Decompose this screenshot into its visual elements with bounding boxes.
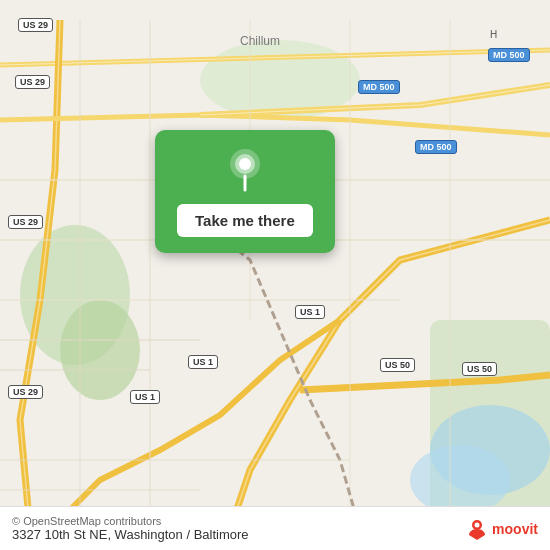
- road-badge-md500-3: MD 500: [488, 48, 530, 62]
- svg-text:H: H: [490, 29, 497, 40]
- road-badge-us1-2: US 1: [188, 355, 218, 369]
- road-badge-us29-2: US 29: [15, 75, 50, 89]
- svg-text:Chillum: Chillum: [240, 34, 280, 48]
- road-badge-md500-1: MD 500: [358, 80, 400, 94]
- road-badge-us50-1: US 50: [380, 358, 415, 372]
- svg-point-27: [475, 522, 480, 527]
- road-badge-us1-1: US 1: [295, 305, 325, 319]
- address-text: 3327 10th St NE, Washington / Baltimore: [12, 527, 249, 542]
- location-card: Take me there: [155, 130, 335, 253]
- map-container: Chillum H US 29 US 29 US 29 US 29 US 1 U…: [0, 0, 550, 550]
- osm-credit: © OpenStreetMap contributors: [12, 515, 249, 527]
- moovit-brand-icon: [466, 518, 488, 540]
- pin-icon-wrapper: [227, 148, 263, 196]
- moovit-logo: moovit: [466, 518, 538, 540]
- map-background: Chillum H: [0, 0, 550, 550]
- road-badge-us29-1: US 29: [18, 18, 53, 32]
- moovit-brand-text: moovit: [492, 521, 538, 537]
- svg-point-6: [410, 445, 510, 515]
- pin-icon: [227, 148, 263, 192]
- road-badge-us29-3: US 29: [8, 215, 43, 229]
- road-badge-us1-3: US 1: [130, 390, 160, 404]
- bottom-left: © OpenStreetMap contributors 3327 10th S…: [12, 515, 249, 542]
- svg-point-2: [60, 300, 140, 400]
- road-badge-us50-2: US 50: [462, 362, 497, 376]
- road-badge-us29-4: US 29: [8, 385, 43, 399]
- svg-point-25: [239, 158, 251, 170]
- road-badge-md500-2: MD 500: [415, 140, 457, 154]
- bottom-bar: © OpenStreetMap contributors 3327 10th S…: [0, 506, 550, 550]
- take-me-there-button[interactable]: Take me there: [177, 204, 313, 237]
